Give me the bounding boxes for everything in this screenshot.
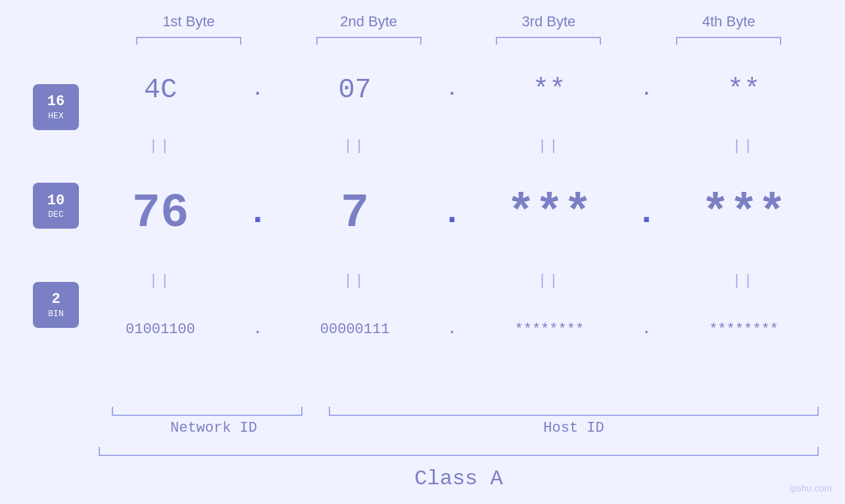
rows-area: 4C . 07 . ** . ** || || || || 76	[85, 58, 819, 407]
equals-6: ||	[289, 273, 421, 289]
bin-dot-2: .	[439, 321, 465, 338]
network-bracket	[112, 407, 302, 416]
bottom-section: Network ID Host ID Class A	[99, 407, 819, 504]
equals-row-2: || || || ||	[85, 273, 819, 289]
bin-dot-1: .	[245, 321, 271, 338]
hex-badge-num: 16	[47, 93, 64, 110]
bracket-3	[483, 37, 614, 45]
equals-2: ||	[289, 138, 421, 154]
bin-dot-3: .	[633, 321, 660, 338]
bracket-1	[123, 37, 254, 45]
bin-cell-3: ********	[483, 321, 615, 338]
bracket-4	[663, 37, 794, 45]
hex-cell-1: 4C	[95, 74, 226, 106]
dec-dot-3: .	[633, 194, 660, 233]
bracket-2	[303, 37, 435, 45]
watermark: ipshu.com	[790, 483, 832, 493]
equals-1: ||	[95, 138, 226, 154]
badges-column: 16 HEX 10 DEC 2 BIN	[0, 58, 85, 407]
equals-8: ||	[678, 273, 809, 289]
dec-dot-2: .	[439, 194, 465, 233]
dec-dot-1: .	[245, 194, 271, 233]
dec-cell-4: ***	[678, 187, 809, 241]
hex-dot-2: .	[439, 80, 465, 100]
bin-badge-num: 2	[51, 291, 60, 308]
hex-badge: 16 HEX	[33, 84, 79, 130]
content-area: 16 HEX 10 DEC 2 BIN 4C . 07 . ** . **	[0, 58, 845, 407]
id-labels: Network ID Host ID	[99, 420, 819, 436]
bin-badge-label: BIN	[48, 309, 63, 319]
host-bracket	[329, 407, 819, 416]
bin-cell-4: ********	[678, 321, 809, 338]
hex-cell-4: **	[678, 74, 809, 106]
main-container: 1st Byte 2nd Byte 3rd Byte 4th Byte 16 H…	[0, 0, 845, 504]
dec-data-row: 76 . 7 . *** . ***	[85, 187, 819, 241]
header-row: 1st Byte 2nd Byte 3rd Byte 4th Byte	[99, 13, 819, 30]
byte-label-1: 1st Byte	[123, 13, 254, 30]
bracket-row	[99, 37, 819, 45]
id-brackets	[99, 407, 819, 416]
equals-4: ||	[678, 138, 809, 154]
dec-cell-2: 7	[289, 187, 421, 241]
bin-data-row: 01001100 . 00000111 . ******** . *******…	[85, 321, 819, 338]
dec-cell-3: ***	[483, 187, 615, 241]
hex-cell-3: **	[483, 74, 615, 106]
dec-badge: 10 DEC	[33, 183, 79, 229]
class-bracket	[99, 447, 819, 456]
equals-5: ||	[95, 273, 226, 289]
byte-label-4: 4th Byte	[663, 13, 794, 30]
dec-badge-num: 10	[47, 193, 64, 210]
dec-cell-1: 76	[95, 187, 226, 241]
network-id-label: Network ID	[99, 420, 329, 436]
byte-label-2: 2nd Byte	[303, 13, 435, 30]
byte-label-3: 3rd Byte	[483, 13, 614, 30]
hex-dot-3: .	[633, 80, 660, 100]
hex-data-row: 4C . 07 . ** . **	[85, 74, 819, 106]
equals-7: ||	[483, 273, 615, 289]
bin-cell-1: 01001100	[95, 321, 226, 338]
bin-cell-2: 00000111	[289, 321, 421, 338]
equals-3: ||	[483, 138, 615, 154]
class-label: Class A	[99, 460, 819, 491]
hex-dot-1: .	[245, 80, 271, 100]
dec-badge-label: DEC	[48, 210, 63, 219]
hex-badge-label: HEX	[48, 111, 63, 121]
host-id-label: Host ID	[329, 420, 819, 436]
equals-row-1: || || || ||	[85, 138, 819, 154]
bin-badge: 2 BIN	[33, 282, 79, 328]
hex-cell-2: 07	[289, 74, 421, 106]
